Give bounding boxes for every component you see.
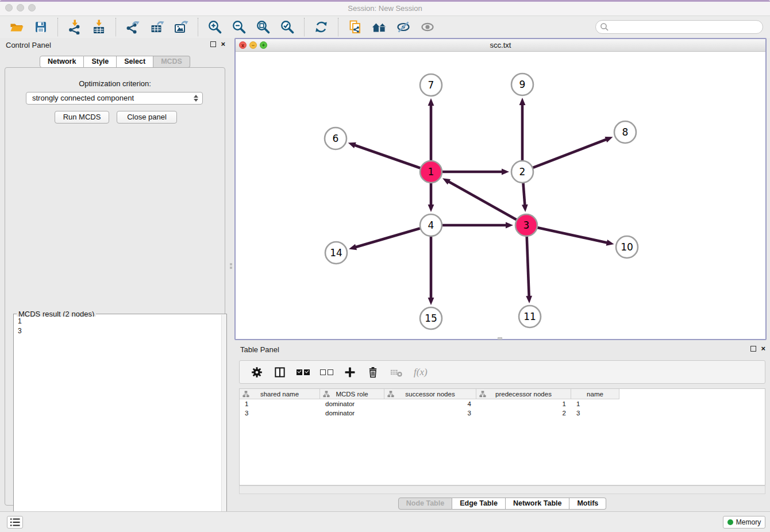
graph-edge-1-6[interactable] [354, 145, 421, 168]
network-view-window: x − + scc.txt 1234678910111415 [234, 38, 767, 340]
zoom-in-icon[interactable] [207, 19, 223, 35]
table-cell[interactable]: dominator [320, 408, 384, 418]
table-cell[interactable]: 1 [571, 399, 619, 408]
toolbar-separator [57, 18, 58, 36]
column-header-name[interactable]: name [571, 389, 619, 399]
table-panel-title: Table Panel [240, 345, 279, 354]
search-input[interactable] [595, 20, 763, 34]
close-panel-button[interactable]: Close panel [117, 111, 177, 124]
table-cell[interactable]: 1 [476, 399, 571, 408]
graph-edge-2-3[interactable] [523, 183, 525, 206]
table-cell[interactable]: 3 [384, 408, 476, 418]
select-all-icon[interactable] [297, 369, 310, 375]
table-cell[interactable]: 3 [240, 408, 320, 418]
graph-node-label-6: 6 [333, 133, 339, 144]
add-column-icon[interactable] [344, 366, 356, 379]
graph-edge-3-10[interactable] [537, 228, 608, 243]
column-header-predecessor-nodes[interactable]: predecessor nodes [476, 389, 571, 399]
graph-node-label-8: 8 [622, 126, 629, 138]
save-session-icon[interactable] [33, 19, 49, 35]
mcds-panel: Optimization criterion: strongly connect… [5, 67, 225, 506]
table-row[interactable]: 3dominator323 [240, 408, 765, 418]
graph-node-label-7: 7 [428, 79, 434, 91]
network-canvas[interactable]: 1234678910111415 [236, 52, 765, 339]
graph-edge-4-14[interactable] [355, 228, 421, 247]
zoom-selected-icon[interactable] [279, 19, 295, 35]
toolbar-separator [338, 18, 338, 36]
column-header-shared-name[interactable]: shared name [240, 389, 320, 399]
toolbar-separator [304, 18, 305, 36]
zoom-out-icon[interactable] [231, 19, 247, 35]
graph-edge-3-11[interactable] [527, 236, 529, 297]
table-scrollbar-track[interactable] [239, 485, 765, 494]
float-table-panel-icon[interactable] [750, 346, 756, 352]
table-cell[interactable]: dominator [320, 399, 384, 408]
tab-select[interactable]: Select [117, 56, 153, 68]
table-row[interactable]: 1dominator411 [240, 399, 765, 408]
mcds-result-list[interactable]: 13 [14, 317, 218, 528]
delete-column-trash-icon[interactable] [367, 366, 379, 379]
tab-network[interactable]: Network [40, 56, 84, 68]
zoom-fit-icon[interactable] [255, 19, 271, 35]
show-details-eye-icon[interactable] [419, 19, 436, 35]
table-cell[interactable]: 3 [571, 408, 619, 418]
graph-node-label-4: 4 [428, 219, 434, 231]
close-panel-icon[interactable]: × [221, 41, 225, 48]
table-tab-network-table[interactable]: Network Table [506, 498, 570, 510]
tab-mcds[interactable]: MCDS [153, 56, 190, 68]
open-file-icon[interactable] [9, 19, 25, 35]
graph-edge-2-8[interactable] [533, 139, 607, 168]
import-table-icon[interactable] [91, 19, 107, 35]
column-header-successor-nodes[interactable]: successor nodes [384, 389, 476, 399]
import-network-icon[interactable] [67, 19, 83, 35]
float-panel-icon[interactable] [210, 41, 216, 47]
deselect-all-icon[interactable] [320, 369, 333, 375]
toolbar-separator [198, 18, 198, 36]
gear-icon[interactable] [251, 366, 263, 379]
application-window: Session: New Session [0, 0, 770, 532]
memory-button[interactable]: Memory [723, 516, 765, 529]
result-scrollbar[interactable] [221, 315, 226, 530]
export-image-icon[interactable] [173, 19, 189, 35]
criterion-dropdown[interactable]: strongly connected component [26, 92, 203, 105]
graph-node-label-9: 9 [519, 79, 526, 90]
graph-edge-arrowhead [522, 205, 528, 212]
optimization-criterion-label: Optimization criterion: [5, 79, 225, 88]
table-tab-node-table[interactable]: Node Table [398, 498, 452, 510]
table-cell[interactable]: 4 [384, 399, 476, 408]
graph-edge-arrowhead [519, 98, 526, 105]
run-mcds-button[interactable]: Run MCDS [55, 111, 109, 124]
panel-splitter[interactable] [230, 262, 233, 271]
network-resize-handle[interactable] [498, 337, 502, 340]
tab-style[interactable]: Style [84, 56, 117, 68]
clone-network-icon[interactable] [347, 19, 363, 35]
hide-details-icon[interactable] [395, 19, 411, 35]
export-network-icon[interactable] [125, 19, 141, 35]
graph-edge-arrowhead [526, 296, 532, 303]
column-header-MCDS-role[interactable]: MCDS role [320, 389, 384, 399]
refresh-icon[interactable] [313, 19, 329, 35]
table-tab-edge-table[interactable]: Edge Table [452, 498, 506, 510]
task-history-button[interactable] [7, 516, 23, 529]
table-cell[interactable]: 2 [476, 408, 571, 418]
control-panel-title: Control Panel [6, 41, 51, 49]
home-view-icon[interactable] [371, 19, 387, 35]
dropdown-stepper-icon [194, 95, 198, 102]
function-builder-icon: f(x) [414, 367, 428, 378]
table-cell[interactable]: 1 [240, 399, 320, 408]
export-table-icon[interactable] [149, 19, 165, 35]
graph-edge-arrowhead [506, 222, 513, 229]
close-table-panel-icon[interactable]: × [761, 345, 765, 352]
mac-titlebar: Session: New Session [0, 0, 770, 16]
columns-icon[interactable] [274, 366, 286, 379]
status-bar: Memory [0, 511, 770, 532]
memory-label: Memory [736, 518, 761, 526]
graph-edge-arrowhead [428, 98, 434, 106]
graph-node-label-3: 3 [523, 219, 530, 231]
graph-edge-3-1[interactable] [448, 182, 517, 220]
graph-edge-arrowhead [606, 240, 614, 246]
toolbar-separator [116, 18, 116, 36]
table-tab-motifs[interactable]: Motifs [569, 498, 606, 510]
network-window-titlebar[interactable]: x − + scc.txt [236, 39, 765, 52]
graph-edge-arrowhead [428, 298, 434, 305]
